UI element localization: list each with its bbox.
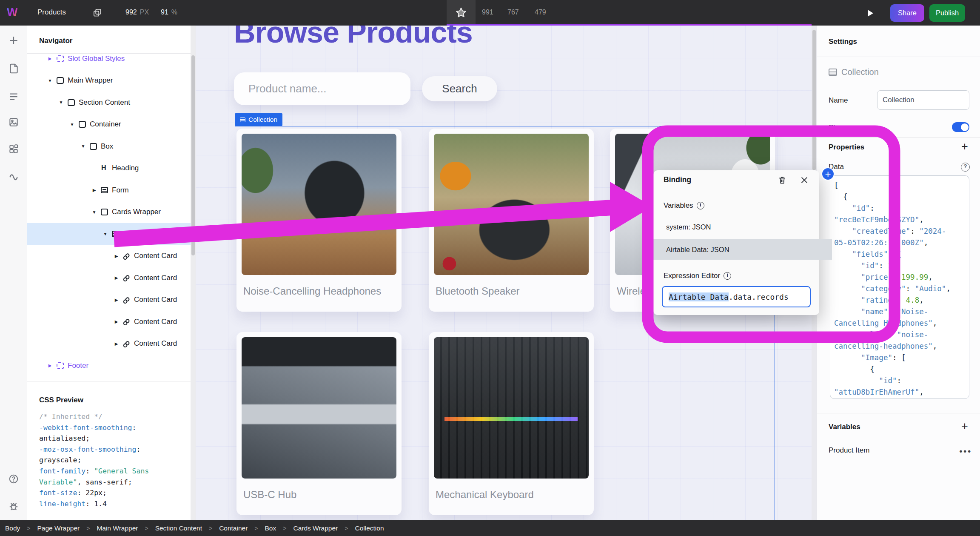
product-image xyxy=(242,134,396,275)
divider xyxy=(817,474,980,474)
product-card[interactable]: Mechanical Keyboard xyxy=(429,332,594,515)
navigator-tree-item[interactable]: Heading xyxy=(27,158,191,180)
tree-expand-arrow-icon[interactable] xyxy=(47,78,53,83)
variable-item[interactable]: Product Item xyxy=(829,446,869,455)
product-card[interactable]: Noise-Cancelling Headphones xyxy=(236,129,402,312)
duplicate-icon[interactable] xyxy=(92,7,103,18)
zoom-value[interactable]: 91% xyxy=(161,9,177,16)
search-button[interactable]: Search xyxy=(422,76,497,101)
tree-expand-arrow-icon[interactable] xyxy=(91,188,97,192)
product-title: Mechanical Keyboard xyxy=(436,489,589,501)
tree-item-label: Heading xyxy=(112,164,139,172)
product-card[interactable]: Bluetooth Speaker xyxy=(429,129,594,312)
tree-expand-arrow-icon[interactable] xyxy=(80,144,86,149)
add-data-button[interactable]: + xyxy=(821,167,835,181)
canvas-width-value[interactable]: 992PX xyxy=(125,9,149,16)
tree-expand-arrow-icon[interactable] xyxy=(114,341,119,346)
tree-expand-arrow-icon[interactable] xyxy=(114,275,119,280)
navigator-icon[interactable] xyxy=(8,90,19,101)
marketplace-icon[interactable] xyxy=(8,170,19,181)
delete-binding-icon[interactable] xyxy=(778,175,787,185)
tree-item-label: Box xyxy=(101,142,113,151)
variable-menu-icon[interactable]: ●●● xyxy=(959,448,972,454)
navigator-panel: Navigator Slot Global Styles Main Wrappe… xyxy=(27,26,191,520)
data-json-editor[interactable]: [ { "id":"recBeTcF9mbe7SZYD", "createdTi… xyxy=(830,175,969,399)
tree-expand-arrow-icon[interactable] xyxy=(69,122,75,127)
tree-expand-arrow-icon[interactable] xyxy=(58,100,64,105)
breadcrumb-item[interactable]: Box> xyxy=(265,525,287,532)
tree-expand-arrow-icon[interactable] xyxy=(114,319,119,324)
breadcrumb-item[interactable]: Cards Wrapper> xyxy=(293,525,348,532)
add-variable-icon[interactable]: + xyxy=(960,422,969,431)
navigator-tree-item[interactable]: Form xyxy=(27,179,191,201)
tree-expand-arrow-icon[interactable] xyxy=(47,363,53,368)
navigator-tree-item[interactable]: Content Card xyxy=(27,245,191,267)
navigator-tree-item[interactable]: Container xyxy=(27,114,191,136)
navigator-tree-item[interactable]: Content Card xyxy=(27,333,191,355)
breadcrumb-item[interactable]: Main Wrapper> xyxy=(97,525,148,532)
tree-item-type-icon xyxy=(122,275,131,283)
breadcrumb-item[interactable]: Page Wrapper> xyxy=(37,525,90,532)
info-icon[interactable] xyxy=(697,202,704,209)
data-help-icon[interactable] xyxy=(961,163,970,172)
share-button[interactable]: Share xyxy=(890,4,924,22)
navigator-tree-item[interactable]: Section Content xyxy=(27,92,191,114)
navigator-tree-item[interactable]: Collection xyxy=(27,223,191,245)
close-icon[interactable] xyxy=(800,175,809,185)
tree-expand-arrow-icon[interactable] xyxy=(47,56,53,61)
preview-play-button[interactable] xyxy=(868,10,873,17)
name-input[interactable] xyxy=(877,90,969,110)
collection-icon xyxy=(240,118,245,122)
breakpoint-767[interactable]: 767 xyxy=(507,9,519,16)
breadcrumb-separator-icon: > xyxy=(209,525,212,532)
expression-editor-input[interactable]: Airtable Data.data.records xyxy=(662,286,811,307)
left-toolbar-rail xyxy=(0,26,28,520)
breakpoint-991[interactable]: 991 xyxy=(482,9,493,16)
navigator-tree-item[interactable]: Content Card xyxy=(27,289,191,311)
show-toggle[interactable] xyxy=(952,122,969,132)
show-field-label: Show xyxy=(829,123,847,132)
search-input[interactable] xyxy=(234,72,410,105)
breadcrumb-item[interactable]: Collection> xyxy=(355,525,384,532)
tree-expand-arrow-icon[interactable] xyxy=(91,210,97,215)
breadcrumb-separator-icon: > xyxy=(145,525,148,532)
tree-item-type-icon xyxy=(122,296,131,304)
breadcrumb-item[interactable]: Section Content> xyxy=(155,525,212,532)
add-property-icon[interactable]: + xyxy=(960,142,969,152)
components-icon[interactable] xyxy=(8,143,19,155)
breakpoint-479[interactable]: 479 xyxy=(535,9,546,16)
tree-item-label: Slot Global Styles xyxy=(68,54,125,63)
navigator-tree-item[interactable]: Main Wrapper xyxy=(27,70,191,92)
help-icon[interactable] xyxy=(8,473,19,484)
project-menu[interactable]: Products xyxy=(37,8,66,17)
binding-popup: Binding Variables system: JSON Airtable … xyxy=(653,170,819,315)
variable-option-system[interactable]: system: JSON xyxy=(653,217,832,237)
product-card[interactable]: USB-C Hub xyxy=(236,332,402,515)
navigator-tree-item[interactable]: Content Card xyxy=(27,267,191,289)
breadcrumb-item[interactable]: Container> xyxy=(219,525,258,532)
collection-selection-tag[interactable]: Collection xyxy=(235,113,282,126)
tree-expand-arrow-icon[interactable] xyxy=(114,254,119,258)
breakpoint-base-button[interactable] xyxy=(447,0,476,26)
navigator-tree-item[interactable]: Slot Global Styles xyxy=(27,48,191,70)
navigator-tree-item[interactable]: Box xyxy=(27,135,191,158)
publish-button[interactable]: Publish xyxy=(929,4,965,22)
page-heading[interactable]: Browse Products xyxy=(234,26,473,49)
app-logo[interactable]: W xyxy=(7,6,17,19)
navigator-tree-item[interactable]: Footer xyxy=(27,355,191,377)
pages-icon[interactable] xyxy=(8,63,19,74)
info-icon[interactable] xyxy=(724,272,731,280)
navigator-tree-item[interactable]: Cards Wrapper xyxy=(27,201,191,224)
tree-expand-arrow-icon[interactable] xyxy=(103,232,108,236)
add-component-icon[interactable] xyxy=(8,35,19,46)
variable-option-airtable-data[interactable]: Airtable Data: JSON xyxy=(653,239,832,260)
tree-item-type-icon xyxy=(101,187,108,193)
navigator-tree-item[interactable]: Content Card xyxy=(27,311,191,333)
tree-item-type-icon xyxy=(122,252,131,261)
breadcrumb-item[interactable]: Body> xyxy=(5,525,31,532)
bug-report-icon[interactable] xyxy=(8,500,19,511)
navigator-scrollbar[interactable] xyxy=(191,26,196,520)
assets-icon[interactable] xyxy=(8,117,19,128)
product-title: USB-C Hub xyxy=(243,489,396,501)
tree-expand-arrow-icon[interactable] xyxy=(114,298,119,302)
